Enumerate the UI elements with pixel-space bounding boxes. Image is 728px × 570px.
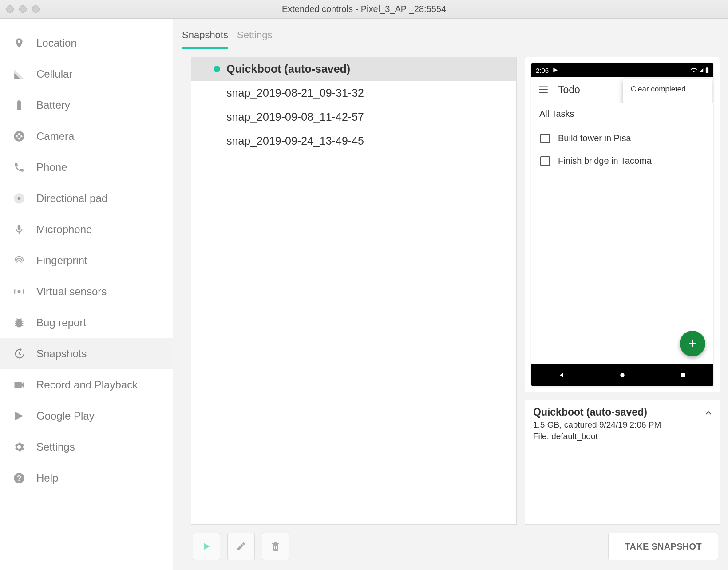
overview-icon[interactable] <box>680 372 687 379</box>
minimize-window-icon[interactable] <box>19 5 27 13</box>
sidebar-item-label: Location <box>36 37 77 49</box>
camera-icon <box>12 130 26 143</box>
home-icon[interactable] <box>619 372 626 379</box>
tab-bar: Snapshots Settings <box>173 19 728 49</box>
app-content: All Tasks Build tower in Pisa Finish bri… <box>531 103 713 364</box>
fingerprint-icon <box>12 254 26 267</box>
sidebar-item-microphone[interactable]: Microphone <box>0 214 173 245</box>
snapshot-row[interactable]: snap_2019-09-08_11-42-57 <box>191 105 516 129</box>
svg-rect-13 <box>681 373 685 377</box>
detail-meta: 1.5 GB, captured 9/24/19 2:06 PM <box>533 420 712 430</box>
mic-icon <box>12 223 26 236</box>
battery-icon <box>705 67 709 73</box>
snapshot-row[interactable]: snap_2019-08-21_09-31-32 <box>191 81 516 105</box>
sidebar-item-virtual-sensors[interactable]: Virtual sensors <box>0 276 173 307</box>
tab-settings[interactable]: Settings <box>237 29 273 49</box>
main-panel: Snapshots Settings Quickboot (auto-saved… <box>173 19 728 570</box>
sidebar-item-label: Record and Playback <box>36 379 138 391</box>
sidebar-item-fingerprint[interactable]: Fingerprint <box>0 245 173 276</box>
active-indicator-icon <box>214 66 220 72</box>
sidebar-item-help[interactable]: ? Help <box>0 463 173 494</box>
sidebar-item-label: Battery <box>36 99 70 111</box>
back-icon[interactable] <box>558 372 565 379</box>
sidebar-item-label: Settings <box>36 441 75 453</box>
titlebar: Extended controls - Pixel_3_API_28:5554 <box>0 0 728 19</box>
svg-rect-5 <box>706 68 708 73</box>
status-time: 2:06 <box>536 67 549 74</box>
snapshot-name: snap_2019-08-21_09-31-32 <box>226 87 507 99</box>
android-status-bar: 2:06 <box>531 63 713 77</box>
snapshot-row-quickboot[interactable]: Quickboot (auto-saved) <box>191 57 516 81</box>
help-icon: ? <box>12 471 26 485</box>
sidebar-item-camera[interactable]: Camera <box>0 121 173 152</box>
tab-snapshots[interactable]: Snapshots <box>182 29 228 49</box>
sidebar-item-cellular[interactable]: Cellular <box>0 59 173 90</box>
snapshot-name: snap_2019-09-08_11-42-57 <box>226 111 507 123</box>
sidebar-item-label: Help <box>36 472 58 484</box>
detail-file: File: default_boot <box>533 431 712 441</box>
right-column: 2:06 Todo <box>525 57 720 525</box>
sidebar-item-label: Cellular <box>36 68 72 80</box>
snapshot-name: snap_2019-09-24_13-49-45 <box>226 135 507 147</box>
task-row[interactable]: Finish bridge in Tacoma <box>538 150 707 172</box>
app-title: Todo <box>558 84 580 96</box>
sidebar-item-bug-report[interactable]: Bug report <box>0 307 173 338</box>
record-icon <box>12 378 26 392</box>
sidebar-item-label: Snapshots <box>36 348 87 360</box>
signal-icon <box>699 67 704 73</box>
dpad-icon <box>12 192 26 205</box>
hamburger-icon[interactable] <box>538 84 549 95</box>
sidebar-item-label: Bug report <box>36 317 86 329</box>
svg-point-2 <box>18 291 20 293</box>
menu-item-clear-completed[interactable]: Clear completed <box>623 79 712 100</box>
sensors-icon <box>12 285 26 298</box>
chevron-up-icon <box>704 408 713 418</box>
sidebar-item-phone[interactable]: Phone <box>0 152 173 183</box>
fab-add-button[interactable] <box>680 331 705 356</box>
wifi-icon <box>690 67 697 73</box>
checkbox-icon[interactable] <box>540 156 550 166</box>
plus-icon <box>687 338 698 349</box>
task-label: Build tower in Pisa <box>558 133 631 143</box>
cellular-icon <box>12 67 26 81</box>
sidebar-item-label: Google Play <box>36 410 95 422</box>
sidebar-item-label: Directional pad <box>36 192 107 205</box>
sidebar-item-label: Microphone <box>36 223 92 236</box>
play-store-icon <box>12 409 26 423</box>
snapshot-row[interactable]: snap_2019-09-24_13-49-45 <box>191 129 516 153</box>
sidebar-item-location[interactable]: Location <box>0 28 173 59</box>
sidebar-item-battery[interactable]: Battery <box>0 90 173 121</box>
section-title: All Tasks <box>538 104 707 127</box>
phone-icon <box>12 161 26 174</box>
sidebar-item-record-playback[interactable]: Record and Playback <box>0 369 173 400</box>
delete-snapshot-button[interactable] <box>262 533 289 560</box>
detail-title: Quickboot (auto-saved) <box>533 406 712 418</box>
play-icon <box>552 67 558 73</box>
snapshot-detail: Quickboot (auto-saved) 1.5 GB, captured … <box>525 400 720 525</box>
checkbox-icon[interactable] <box>540 134 550 143</box>
gear-icon <box>12 440 26 454</box>
android-nav-bar <box>531 364 713 386</box>
zoom-window-icon[interactable] <box>32 5 40 13</box>
expand-toggle[interactable] <box>704 408 713 418</box>
battery-icon <box>12 99 26 112</box>
task-row[interactable]: Build tower in Pisa <box>538 127 707 150</box>
sidebar-item-directional-pad[interactable]: Directional pad <box>0 183 173 214</box>
sidebar-item-google-play[interactable]: Google Play <box>0 400 173 431</box>
take-snapshot-button[interactable]: TAKE SNAPSHOT <box>608 533 718 560</box>
task-label: Finish bridge in Tacoma <box>558 156 652 166</box>
location-icon <box>12 36 26 50</box>
snapshot-name: Quickboot (auto-saved) <box>226 63 507 75</box>
window: Extended controls - Pixel_3_API_28:5554 … <box>0 0 728 570</box>
play-snapshot-button[interactable] <box>193 533 220 560</box>
footer-toolbar: TAKE SNAPSHOT <box>173 525 728 570</box>
svg-rect-6 <box>706 67 708 68</box>
sidebar-item-settings[interactable]: Settings <box>0 431 173 463</box>
body: Location Cellular Battery Camera Phone D… <box>0 19 728 570</box>
close-window-icon[interactable] <box>6 5 14 13</box>
sidebar-item-snapshots[interactable]: Snapshots <box>0 338 173 369</box>
window-title: Extended controls - Pixel_3_API_28:5554 <box>0 4 728 14</box>
edit-snapshot-button[interactable] <box>227 533 255 560</box>
svg-point-12 <box>620 373 624 377</box>
window-controls <box>6 5 40 13</box>
